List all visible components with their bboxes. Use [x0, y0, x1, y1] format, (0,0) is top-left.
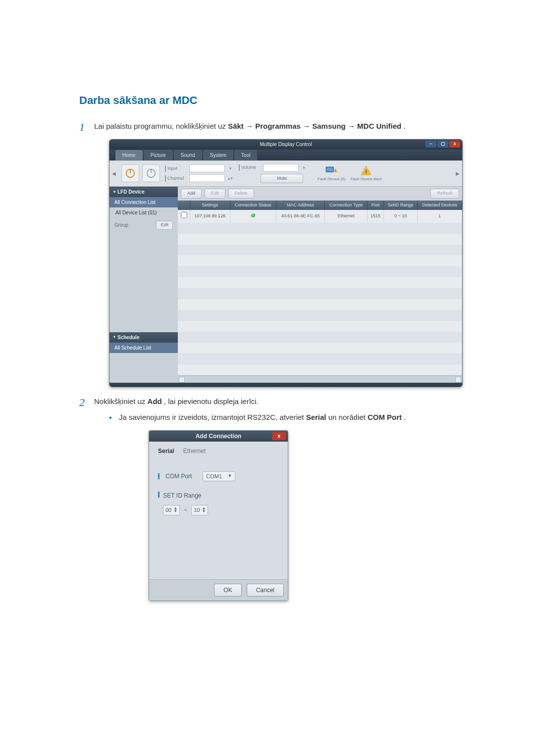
svg-text:!: !	[335, 169, 336, 172]
step-2: 2 Noklikšķiniet uz Add , lai pievienotu …	[79, 396, 456, 601]
main-panel: Add Edit Delete Refresh Settings	[178, 187, 462, 383]
delete-button[interactable]: Delete	[228, 189, 254, 199]
cell-ctype: Ethernet	[325, 210, 368, 223]
col-settings[interactable]: Settings	[190, 201, 230, 210]
channel-label: Channel	[165, 175, 187, 182]
step-1: 1 Lai palaistu programmu, noklikšķiniet …	[79, 121, 456, 387]
field-bar-icon	[158, 492, 160, 498]
spinner-icon[interactable]: ▴▾	[227, 175, 234, 182]
main-tabs: Home Picture Sound System Tool ?	[109, 150, 462, 160]
cell-mac: 40-61-86-4E-FC-65	[276, 210, 324, 223]
t: →	[246, 122, 255, 130]
spinner-icon[interactable]: ▲▼	[173, 507, 177, 513]
edit-button[interactable]: Edit	[205, 189, 225, 199]
window-title: Multiple Display Control	[260, 141, 312, 148]
input-select[interactable]	[189, 164, 225, 172]
dialog-titlebar: Add Connection x	[149, 431, 288, 442]
col-connection-type[interactable]: Connection Type	[325, 201, 368, 210]
maximize-button[interactable]: ▢	[437, 141, 448, 148]
t: Lai palaistu programmu, noklikšķiniet uz	[94, 122, 228, 130]
svg-text:!: !	[365, 168, 367, 175]
monitor-warning-icon: !	[325, 165, 338, 176]
col-connection-status[interactable]: Connection Status	[230, 201, 276, 210]
sidebar-group-edit-button[interactable]: Edit	[156, 221, 173, 230]
col-setid-range[interactable]: SetID Range	[383, 201, 417, 210]
add-button[interactable]: Add	[181, 189, 202, 199]
add-connection-dialog-screenshot: Add Connection x Serial Ethernet COM Por…	[149, 430, 288, 601]
range-from-input[interactable]: 00 ▲▼	[163, 505, 180, 515]
t: Serial	[306, 413, 326, 421]
close-button[interactable]: x	[449, 141, 460, 148]
sidebar-header-schedule[interactable]: Schedule	[109, 332, 178, 343]
com-port-value: COM1	[206, 472, 222, 481]
cell-port: 1515	[368, 210, 384, 223]
nav-left-icon[interactable]: ◀	[111, 170, 116, 177]
dialog-tab-ethernet[interactable]: Ethernet	[183, 447, 206, 455]
dialog-tab-serial[interactable]: Serial	[158, 447, 174, 455]
col-detected-devices[interactable]: Detected Devices	[418, 201, 462, 210]
mute-button[interactable]: Mute	[261, 174, 303, 184]
sidebar-item-all-connection[interactable]: All Connection List	[109, 197, 178, 207]
minimize-button[interactable]: –	[426, 141, 436, 148]
horizontal-scrollbar[interactable]	[178, 375, 462, 383]
tab-home[interactable]: Home	[115, 150, 143, 160]
col-mac[interactable]: MAC Address	[276, 201, 324, 210]
fault-device-label: Fault Device (0)	[318, 177, 345, 182]
row-checkbox[interactable]	[181, 212, 187, 218]
t: Sākt	[228, 122, 244, 130]
sidebar-header-lfd[interactable]: LFD Device	[109, 187, 178, 197]
step-number: 2	[79, 394, 85, 410]
tab-sound[interactable]: Sound	[174, 150, 202, 160]
ok-button[interactable]: OK	[214, 584, 241, 597]
cancel-button[interactable]: Cancel	[247, 584, 284, 597]
cell-detected: 1	[418, 210, 462, 223]
channel-input[interactable]	[189, 174, 225, 182]
volume-input[interactable]	[263, 164, 299, 172]
t: Noklikšķiniet uz	[94, 397, 148, 405]
range-separator: ~	[184, 505, 187, 514]
range-to-value: 10	[194, 506, 200, 514]
tab-system[interactable]: System	[203, 150, 233, 160]
mdc-main-window-screenshot: Multiple Display Control – ▢ x Home Pict…	[109, 139, 463, 387]
step2-text: Noklikšķiniet uz Add , lai pievienotu di…	[94, 397, 259, 405]
table-row[interactable]: 107.108.89.126 40-61-86-4E-FC-65 Etherne…	[178, 210, 462, 223]
sidebar: LFD Device All Connection List All Devic…	[109, 187, 178, 383]
refresh-button[interactable]: Refresh	[430, 189, 459, 199]
dropdown-icon[interactable]: ▾	[227, 165, 234, 172]
power-on-icon[interactable]	[121, 164, 139, 182]
spinner-icon[interactable]: ▲▼	[202, 507, 206, 513]
dialog-close-button[interactable]: x	[272, 432, 286, 440]
sub-bullet-1: Ja savienojums ir izveidots, izmantojot …	[109, 412, 456, 601]
power-off-icon[interactable]	[142, 164, 160, 182]
cell-status	[230, 210, 276, 223]
sidebar-item-all-schedule[interactable]: All Schedule List	[109, 343, 178, 353]
col-checkbox[interactable]	[178, 201, 190, 210]
spinner-icon[interactable]: ▸	[301, 164, 308, 171]
range-from-value: 00	[165, 506, 171, 514]
warning-icon: !	[360, 165, 373, 176]
t: Add	[148, 397, 162, 405]
step-number: 1	[79, 119, 85, 135]
window-titlebar: Multiple Display Control – ▢ x	[109, 140, 462, 150]
sidebar-item-all-device[interactable]: All Device List (01)	[109, 207, 178, 218]
fault-alert-button[interactable]: ! Fault Device Alert	[350, 165, 381, 182]
t: →	[303, 122, 312, 130]
step1-text: Lai palaistu programmu, noklikšķiniet uz…	[94, 122, 406, 130]
dialog-title: Add Connection	[196, 432, 242, 441]
t: , lai pievienotu displeja ierīci.	[164, 397, 259, 405]
com-port-select[interactable]: COM1 ▼	[203, 471, 235, 482]
t: Samsung	[312, 122, 346, 130]
t: →	[348, 122, 357, 130]
t: MDC Unified	[357, 122, 401, 130]
t: COM Port	[368, 413, 402, 421]
device-table: Settings Connection Status MAC Address C…	[178, 201, 462, 375]
range-to-input[interactable]: 10 ▲▼	[191, 505, 208, 515]
fault-device-button[interactable]: ! Fault Device (0)	[318, 165, 345, 182]
nav-right-icon[interactable]: ▶	[455, 170, 460, 177]
window-footer	[109, 383, 462, 387]
com-port-label: COM Port	[165, 472, 192, 481]
tab-picture[interactable]: Picture	[144, 150, 173, 160]
tab-tool[interactable]: Tool	[234, 150, 257, 160]
col-port[interactable]: Port	[368, 201, 384, 210]
t: .	[404, 413, 406, 421]
